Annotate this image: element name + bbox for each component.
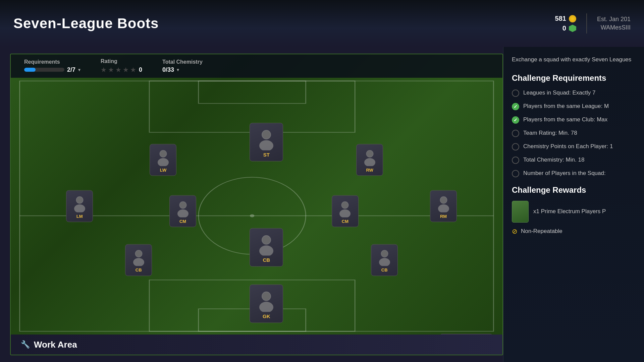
requirements-value-row: 2/7 ▾ bbox=[24, 66, 80, 73]
requirements-count: 2/7 bbox=[67, 66, 75, 73]
chemistry-dropdown[interactable]: ▾ bbox=[177, 67, 179, 72]
header-divider bbox=[586, 13, 587, 34]
req-text-same_club: Players from the same Club: Max bbox=[523, 116, 607, 124]
reward-text-prime_electrum: x1 Prime Electrum Players P bbox=[533, 208, 606, 215]
shields-row: 0 bbox=[562, 24, 576, 32]
player-silhouette-rm bbox=[434, 194, 453, 212]
player-card-cb1[interactable]: CB bbox=[125, 244, 152, 276]
svg-point-28 bbox=[440, 197, 446, 203]
main-content: Requirements 2/7 ▾ Rating ★ ★ ★ ★ bbox=[0, 47, 644, 362]
position-label-lm: LM bbox=[76, 214, 83, 219]
rating-label: Rating bbox=[101, 58, 142, 64]
player-card-cm2[interactable]: CM bbox=[332, 195, 359, 227]
rewards-title: Challenge Rewards bbox=[512, 185, 636, 195]
svg-point-19 bbox=[76, 197, 83, 203]
svg-point-39 bbox=[259, 302, 273, 312]
req-circle-chem_each bbox=[512, 143, 519, 150]
req-text-leagues: Leagues in Squad: Exactly 7 bbox=[523, 89, 595, 97]
position-label-lw: LW bbox=[160, 167, 167, 172]
player-card-cm1[interactable]: CM bbox=[169, 195, 196, 227]
req-text-total_chem: Total Chemistry: Min. 18 bbox=[523, 156, 584, 164]
coins-value: 581 bbox=[555, 15, 566, 22]
player-card-rm[interactable]: RM bbox=[430, 190, 457, 222]
req-circle-team_rating bbox=[512, 130, 519, 137]
svg-point-21 bbox=[177, 209, 189, 217]
position-label-rw: RW bbox=[366, 167, 373, 172]
player-card-lw[interactable]: LW bbox=[150, 144, 176, 176]
player-card-gk[interactable]: GK bbox=[250, 285, 283, 323]
chemistry-value-row: 0/33 ▾ bbox=[162, 66, 203, 73]
req-circle-same_club: ✓ bbox=[512, 116, 519, 124]
player-card-st[interactable]: ST bbox=[250, 123, 283, 161]
svg-point-31 bbox=[136, 251, 142, 257]
requirements-dropdown[interactable]: ▾ bbox=[78, 67, 80, 72]
player-silhouette-lw bbox=[154, 147, 172, 166]
star-3: ★ bbox=[115, 66, 121, 74]
no-repeat-icon: ⊘ bbox=[512, 227, 518, 235]
req-circle-total_chem bbox=[512, 157, 519, 164]
chemistry-section: Total Chemistry 0/33 ▾ bbox=[162, 59, 203, 73]
req-text-chem_each: Chemistry Points on Each Player: 1 bbox=[523, 142, 613, 150]
position-label-cm2: CM bbox=[342, 219, 348, 224]
player-cards-container: LW ST RW LM bbox=[11, 78, 502, 335]
svg-point-37 bbox=[381, 251, 387, 257]
req-circle-num_players bbox=[512, 170, 519, 177]
requirement-item-num_players: Number of Players in the Squad: bbox=[512, 169, 636, 177]
star-1: ★ bbox=[101, 66, 107, 74]
rating-section: Rating ★ ★ ★ ★ ★ 0 bbox=[101, 58, 142, 74]
star-4: ★ bbox=[123, 66, 129, 74]
shield-icon bbox=[569, 25, 576, 32]
stars-row: ★ ★ ★ ★ ★ bbox=[101, 66, 136, 74]
svg-point-30 bbox=[133, 258, 144, 266]
page-title: Seven-League Boots bbox=[13, 15, 159, 32]
svg-point-40 bbox=[263, 292, 270, 300]
rewards-list: x1 Prime Electrum Players P bbox=[512, 201, 636, 223]
requirements-list: Leagues in Squad: Exactly 7✓Players from… bbox=[512, 89, 636, 177]
header-stats: 581 0 bbox=[555, 15, 576, 32]
work-area-label: Work Area bbox=[34, 340, 77, 350]
chemistry-count: 0/33 bbox=[162, 66, 174, 73]
req-text-same_league: Players from the same League: M bbox=[523, 102, 609, 110]
player-card-cb2[interactable]: CB bbox=[250, 228, 283, 266]
progress-bar-fill bbox=[24, 68, 36, 72]
svg-point-34 bbox=[263, 236, 270, 244]
reward-item-prime_electrum: x1 Prime Electrum Players P bbox=[512, 201, 636, 223]
header: Seven-League Boots 581 0 Est. Jan 201 WA… bbox=[0, 0, 644, 47]
chemistry-label: Total Chemistry bbox=[162, 59, 203, 65]
svg-point-36 bbox=[379, 258, 390, 266]
requirement-item-total_chem: Total Chemistry: Min. 18 bbox=[512, 156, 636, 164]
player-silhouette-rw bbox=[361, 147, 379, 166]
player-card-cb3[interactable]: CB bbox=[371, 244, 398, 276]
shields-value: 0 bbox=[562, 24, 566, 32]
player-silhouette-gk bbox=[255, 289, 278, 312]
player-card-lm[interactable]: LM bbox=[66, 190, 93, 222]
player-silhouette-cm1 bbox=[174, 199, 192, 217]
player-card-rw[interactable]: RW bbox=[356, 144, 383, 176]
requirement-item-same_league: ✓Players from the same League: M bbox=[512, 102, 636, 110]
rating-value-row: ★ ★ ★ ★ ★ 0 bbox=[101, 66, 142, 74]
svg-point-25 bbox=[342, 202, 348, 208]
svg-point-22 bbox=[180, 202, 186, 208]
star-5: ★ bbox=[130, 66, 136, 74]
svg-point-13 bbox=[263, 131, 270, 138]
right-panel: Exchange a squad with exactly Seven Leag… bbox=[503, 47, 644, 362]
svg-point-12 bbox=[259, 140, 273, 150]
svg-point-27 bbox=[438, 204, 449, 212]
position-label-rm: RM bbox=[440, 214, 447, 219]
svg-point-10 bbox=[160, 150, 166, 157]
svg-point-15 bbox=[364, 158, 375, 166]
established-text: Est. Jan 201 bbox=[597, 16, 631, 23]
header-right: 581 0 Est. Jan 201 WAMesSIII bbox=[555, 13, 631, 34]
position-label-cb1: CB bbox=[136, 267, 142, 273]
coin-icon bbox=[569, 15, 576, 22]
username-text: WAMesSIII bbox=[601, 24, 631, 31]
req-text-team_rating: Team Rating: Min. 78 bbox=[523, 129, 577, 137]
svg-point-16 bbox=[367, 150, 373, 157]
non-repeatable-text: Non-Repeatable bbox=[521, 228, 562, 235]
position-label-cb2: CB bbox=[263, 257, 270, 262]
req-requirements-section: Requirements 2/7 ▾ bbox=[24, 59, 80, 73]
player-silhouette-cm2 bbox=[336, 199, 354, 217]
player-silhouette-cb3 bbox=[375, 248, 394, 266]
svg-point-33 bbox=[259, 245, 273, 255]
coins-row: 581 bbox=[555, 15, 576, 22]
